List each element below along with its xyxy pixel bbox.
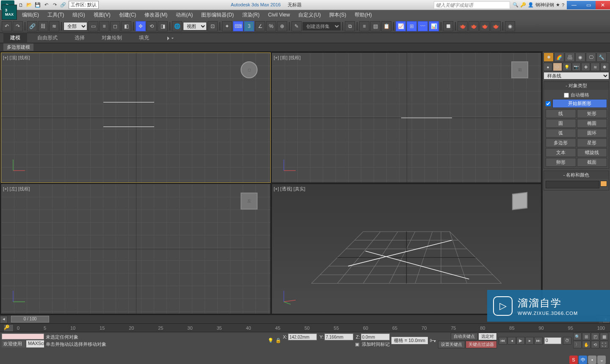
lights-subtab-icon[interactable]: 💡 <box>563 63 571 71</box>
welcome-button[interactable]: 欢迎使用 <box>2 340 25 347</box>
polygon-modeling-panel[interactable]: 多边形建模 <box>3 44 33 51</box>
user-icon[interactable]: 👤 <box>528 2 534 8</box>
category-select[interactable]: 样条线 <box>543 72 609 80</box>
max-toggle-button[interactable]: ⛶ <box>600 341 608 348</box>
minimize-button[interactable]: — <box>567 1 581 9</box>
render-iterative-button[interactable]: 🫖 <box>491 21 501 31</box>
utilities-tab-icon[interactable]: 🔧 <box>596 52 607 62</box>
ime-zh[interactable]: 中 <box>579 356 587 364</box>
help-icon[interactable]: ? <box>562 3 564 8</box>
open-a360-button[interactable]: ◉ <box>505 21 515 31</box>
cameras-subtab-icon[interactable]: 📷 <box>572 63 581 71</box>
section-button[interactable]: 截面 <box>577 158 607 167</box>
motion-tab-icon[interactable]: ◉ <box>575 52 585 62</box>
keyboard-shortcut-button[interactable]: ⌨ <box>233 21 243 31</box>
mirror-button[interactable]: ⧉ <box>345 21 355 31</box>
close-button[interactable]: ✕ <box>596 1 610 9</box>
menu-tools[interactable]: 工具(T) <box>44 11 67 19</box>
spline-object[interactable] <box>401 118 452 118</box>
frame-ruler[interactable]: 0 5 10 15 20 25 30 35 40 45 50 55 60 65 … <box>15 325 607 331</box>
modify-tab-icon[interactable]: 🌈 <box>554 52 564 62</box>
y-coord-input[interactable] <box>324 334 353 340</box>
user-name[interactable]: 钢神绿钢 <box>535 2 554 8</box>
layer-manager-button[interactable]: 📋 <box>381 21 391 31</box>
object-name-input[interactable] <box>546 181 599 188</box>
snap-toggle-button[interactable]: 3 <box>244 21 254 31</box>
menu-help[interactable]: 帮助(H) <box>351 11 375 19</box>
maxscript-label[interactable]: MAXScr <box>26 340 44 347</box>
ngon-button[interactable]: 多边形 <box>546 138 576 147</box>
viewport-left[interactable]: [+] [左] [线框] 左 <box>1 184 271 314</box>
search-input[interactable] <box>434 1 510 9</box>
schematic-view-button[interactable]: 〰 <box>418 21 428 31</box>
prev-frame-button[interactable]: ◂ <box>507 337 516 345</box>
scene-explorer-button[interactable]: 📊 <box>429 21 439 31</box>
maxscript-mini-listener-pink[interactable] <box>2 334 44 339</box>
link-button[interactable]: 🔗 <box>27 21 37 31</box>
rectangle-button[interactable]: 矩形 <box>577 109 607 118</box>
dope-sheet-button[interactable]: ⊞ <box>407 21 417 31</box>
text-button[interactable]: 文本 <box>546 148 576 157</box>
viewcube-icon[interactable]: 左 <box>241 193 258 210</box>
viewcube-persp[interactable] <box>507 188 532 214</box>
menu-group[interactable]: 组(G) <box>69 11 88 19</box>
shapes-subtab-icon[interactable]: ⬭ <box>553 63 562 71</box>
app-menu-icon[interactable]: 3MAX <box>2 5 17 20</box>
menu-civilview[interactable]: Civil View <box>265 11 294 19</box>
egg-button[interactable]: 卵形 <box>546 158 576 167</box>
setkey-button[interactable]: 设置关键点 <box>438 341 465 348</box>
circle-button[interactable]: 圆 <box>546 119 576 128</box>
systems-subtab-icon[interactable]: ✱ <box>600 63 609 71</box>
select-object-button[interactable]: ▭ <box>88 21 98 31</box>
ref-coord-select[interactable]: 视图 <box>183 22 207 30</box>
open-icon[interactable]: 📂 <box>25 1 33 9</box>
selected-filter[interactable]: 选定对 <box>478 333 497 340</box>
align-button[interactable]: ≡ <box>359 21 369 31</box>
edit-named-sel-button[interactable]: ✎ <box>291 21 302 31</box>
ime-more[interactable]: ⌄ <box>597 356 606 364</box>
viewport-label-front[interactable]: [+] [前] [线框] <box>274 55 301 61</box>
ime-dot[interactable]: • <box>588 356 596 364</box>
redo-button[interactable]: ↷ <box>13 21 23 31</box>
zoom-all-button[interactable]: ⊞ <box>582 333 591 340</box>
spinner-snap-button[interactable]: ⊕ <box>277 21 287 31</box>
menu-animation[interactable]: 动画(A) <box>172 11 196 19</box>
spacewarps-subtab-icon[interactable]: ≋ <box>591 63 599 71</box>
binoculars-icon[interactable]: 🔍 <box>513 2 518 8</box>
viewcube-front[interactable]: 前 <box>507 57 532 83</box>
move-button[interactable]: ✥ <box>136 21 146 31</box>
angle-snap-button[interactable]: ∠ <box>255 21 265 31</box>
menu-edit[interactable]: 编辑(E) <box>19 11 42 19</box>
pan-button[interactable]: ✋ <box>582 341 591 348</box>
unlink-button[interactable]: ⛓ <box>38 21 48 31</box>
line-button[interactable]: 线 <box>546 109 576 118</box>
link-icon[interactable]: 🔗 <box>59 1 67 9</box>
color-swatch[interactable] <box>600 181 607 187</box>
select-by-name-button[interactable]: ≡ <box>99 21 109 31</box>
create-tab-icon[interactable]: ✹ <box>543 52 554 62</box>
rotate-button[interactable]: ⟲ <box>147 21 157 31</box>
spline-object[interactable] <box>103 127 154 127</box>
fov-button[interactable]: 〉 <box>573 341 582 348</box>
ref-coord-globe-icon[interactable]: 🌐 <box>172 21 182 31</box>
ribbon-tab-selection[interactable]: 选择 <box>68 33 92 43</box>
viewcube-icon[interactable] <box>512 192 527 210</box>
layers-button[interactable]: ▤ <box>370 21 380 31</box>
menu-grapheditors[interactable]: 图形编辑器(D) <box>198 11 237 19</box>
goto-end-button[interactable]: ⏭ <box>534 337 543 345</box>
undo-icon[interactable]: ↶ <box>42 1 50 9</box>
helix-button[interactable]: 螺旋线 <box>577 148 607 157</box>
pivot-center-button[interactable]: ⊡ <box>208 21 218 31</box>
key-mode-icon[interactable]: 🔑 <box>3 324 14 332</box>
ribbon-tab-populate[interactable]: 填充 <box>132 33 156 43</box>
material-editor-button[interactable]: 🔲 <box>443 21 453 31</box>
favorites-icon[interactable]: ★ <box>556 2 560 8</box>
goto-start-button[interactable]: ⏮ <box>499 337 507 345</box>
named-selection-select[interactable]: 创建选择集 <box>302 22 341 30</box>
maximize-button[interactable]: ▭ <box>581 1 596 9</box>
menu-create[interactable]: 创建(C) <box>116 11 140 19</box>
scale-button[interactable]: ◨ <box>158 21 168 31</box>
display-tab-icon[interactable]: 🖵 <box>586 52 596 62</box>
menu-rendering[interactable]: 渲染(R) <box>239 11 263 19</box>
ribbon-toggle-icon[interactable]: ⏵▾ <box>159 33 180 43</box>
